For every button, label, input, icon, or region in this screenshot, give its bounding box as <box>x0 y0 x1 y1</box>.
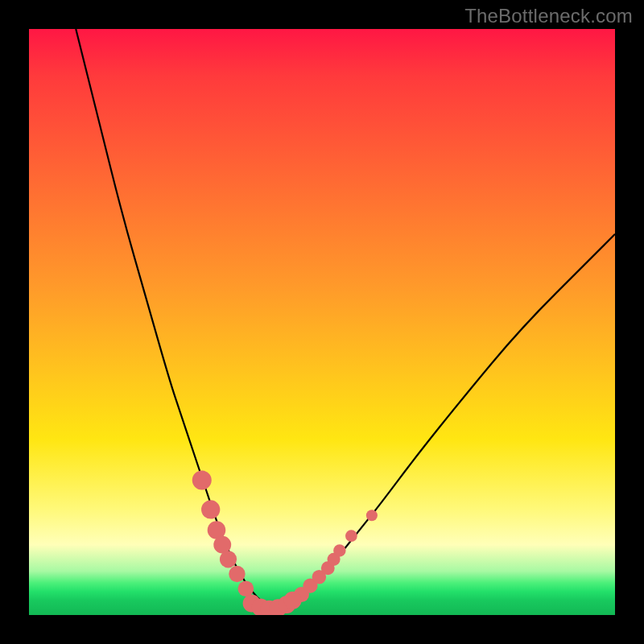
marker-point <box>192 471 212 490</box>
marker-point <box>220 551 237 568</box>
marker-point <box>345 530 357 542</box>
marker-point <box>284 592 302 609</box>
watermark-text: TheBottleneck.com <box>464 5 633 27</box>
curve-layer <box>76 29 615 608</box>
chart-frame: TheBottleneck.com <box>0 0 644 644</box>
plot-area <box>29 29 615 615</box>
marker-point <box>333 544 345 556</box>
marker-point <box>366 510 378 521</box>
chart-svg <box>29 29 615 615</box>
marker-point <box>238 580 254 597</box>
marker-point <box>201 500 220 518</box>
bottleneck-curve <box>76 29 615 608</box>
marker-point <box>229 566 245 582</box>
